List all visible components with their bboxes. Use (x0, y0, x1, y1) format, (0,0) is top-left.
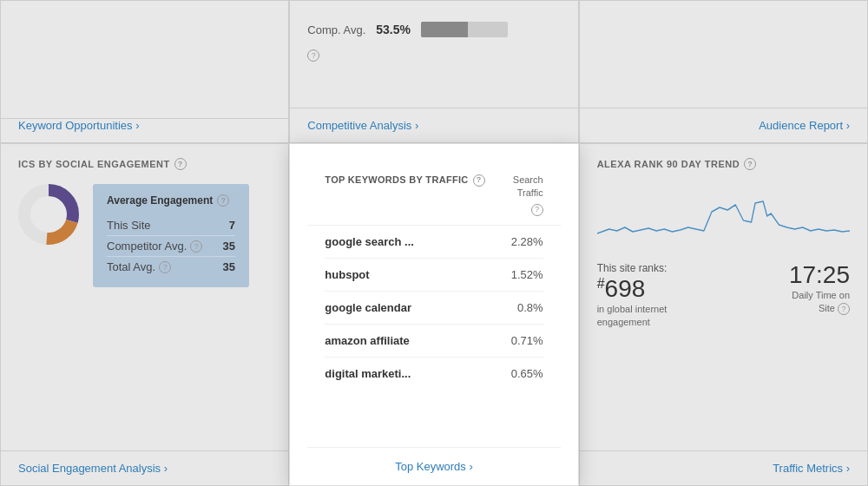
time-on-site-help-icon[interactable]: ? (838, 303, 850, 315)
donut-area: Average Engagement ? This Site 7 Competi… (18, 177, 271, 294)
audience-report-link[interactable]: Audience Report (759, 119, 850, 132)
top-center-cell: Comp. Avg. 53.5% ? Competitive Analysis (289, 0, 578, 143)
engagement-box-title: Average Engagement ? (107, 194, 235, 207)
top-keywords-header: TOP KEYWORDS BY TRAFFIC ? SearchTraffic … (307, 158, 560, 226)
rank-number: 698 (605, 276, 646, 303)
alexa-rank-chart (597, 186, 850, 246)
search-traffic-help-icon[interactable]: ? (531, 204, 543, 216)
keyword-row-5: digital marketi... 0.65% (325, 358, 542, 390)
rank-info: This site ranks: # 698 in global interne… (597, 255, 850, 337)
engagement-row-competitor: Competitor Avg. ? 35 (107, 236, 235, 257)
keyword-rows-container: google search ... 2.28% hubspot 1.52% go… (307, 226, 560, 447)
comp-avg-progress-fill (421, 22, 468, 37)
top-keywords-card: TOP KEYWORDS BY TRAFFIC ? SearchTraffic … (289, 143, 578, 486)
social-engagement-help-icon[interactable]: ? (174, 158, 187, 170)
keyword-row-3: google calendar 0.8% (325, 292, 542, 325)
keyword-opportunities-link[interactable]: Keyword Opportunities (18, 119, 139, 132)
top-keywords-help-icon[interactable]: ? (473, 174, 485, 187)
engagement-row-thissite: This Site 7 (107, 215, 235, 236)
search-traffic-column-header: SearchTraffic ? (513, 174, 543, 216)
bottom-left-cell: ICS BY SOCIAL ENGAGEMENT ? Average Engag… (0, 143, 289, 486)
rank-sublabel: in global internetengagement (597, 303, 667, 330)
engagement-row-total: Total Avg. ? 35 (107, 257, 235, 277)
top-keywords-card-footer: Top Keywords (307, 447, 560, 485)
rank-block-right: 17:25 Daily Time onSite ? (789, 262, 850, 316)
social-engagement-analysis-link[interactable]: Social Engagement Analysis (18, 462, 168, 475)
engagement-help-icon[interactable]: ? (217, 194, 229, 207)
competitive-analysis-link[interactable]: Competitive Analysis (307, 119, 418, 132)
bottom-right-cell: ALEXA RANK 90 DAY TREND ? This site rank… (579, 143, 868, 486)
social-engagement-title: ICS BY SOCIAL ENGAGEMENT ? (18, 158, 271, 170)
top-left-cell: Keyword Opportunities (0, 0, 289, 143)
dashboard-grid: Keyword Opportunities Comp. Avg. 53.5% ?… (0, 0, 868, 486)
alexa-rank-title: ALEXA RANK 90 DAY TREND ? (597, 158, 850, 170)
top-keywords-title-text: TOP KEYWORDS BY TRAFFIC ? (325, 174, 484, 187)
alexa-rank-help-icon[interactable]: ? (744, 158, 756, 170)
top-keywords-link[interactable]: Top Keywords (395, 460, 473, 473)
top-right-cell: Audience Report (579, 0, 868, 143)
comp-avg-help-icon[interactable]: ? (307, 49, 319, 62)
donut-chart (18, 184, 79, 245)
comp-avg-row: Comp. Avg. 53.5% (307, 15, 560, 44)
comp-avg-value: 53.5% (376, 23, 411, 36)
traffic-metrics-link[interactable]: Traffic Metrics (773, 462, 850, 475)
keyword-row-4: amazon affiliate 0.71% (325, 325, 542, 358)
time-sublabel: Daily Time onSite ? (789, 289, 850, 316)
keyword-row-2: hubspot 1.52% (325, 259, 542, 292)
rank-block-left: This site ranks: # 698 in global interne… (597, 262, 667, 330)
comp-avg-progress-bar (421, 22, 508, 37)
total-avg-help-icon[interactable]: ? (159, 261, 171, 273)
time-value: 17:25 (789, 262, 850, 289)
competitor-avg-help-icon[interactable]: ? (190, 240, 202, 253)
comp-avg-label: Comp. Avg. (307, 23, 365, 36)
keyword-row-1: google search ... 2.28% (325, 226, 542, 259)
engagement-box: Average Engagement ? This Site 7 Competi… (93, 184, 249, 287)
